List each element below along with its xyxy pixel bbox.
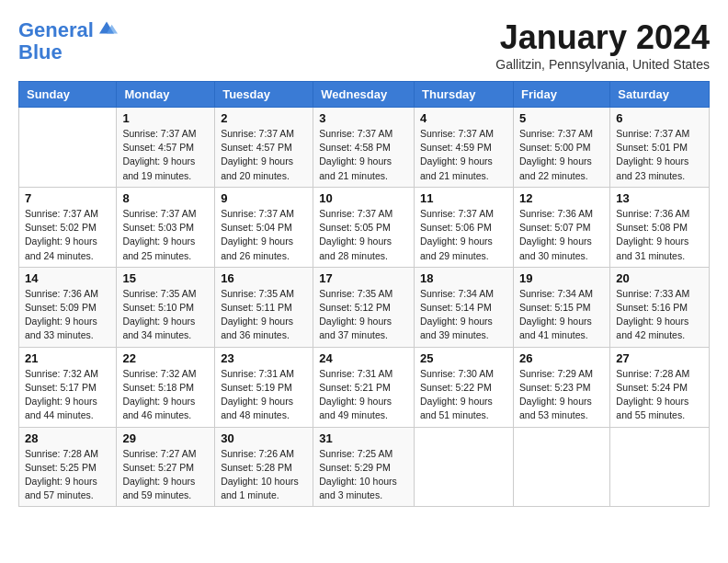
day-info: Sunrise: 7:30 AM Sunset: 5:22 PM Dayligh… (420, 367, 507, 423)
day-number: 17 (319, 271, 408, 285)
day-info: Sunrise: 7:37 AM Sunset: 5:01 PM Dayligh… (616, 127, 703, 183)
day-info: Sunrise: 7:37 AM Sunset: 4:59 PM Dayligh… (420, 127, 507, 183)
day-info: Sunrise: 7:37 AM Sunset: 5:02 PM Dayligh… (25, 207, 110, 263)
calendar-cell: 6Sunrise: 7:37 AM Sunset: 5:01 PM Daylig… (610, 108, 710, 188)
day-number: 28 (25, 431, 110, 445)
calendar-cell: 8Sunrise: 7:37 AM Sunset: 5:03 PM Daylig… (117, 187, 215, 267)
calendar-cell (415, 427, 514, 507)
calendar-cell: 27Sunrise: 7:28 AM Sunset: 5:24 PM Dayli… (610, 347, 710, 427)
day-info: Sunrise: 7:37 AM Sunset: 5:06 PM Dayligh… (420, 207, 507, 263)
weekday-header-row: SundayMondayTuesdayWednesdayThursdayFrid… (19, 82, 710, 108)
calendar-week-2: 7Sunrise: 7:37 AM Sunset: 5:02 PM Daylig… (19, 187, 710, 267)
day-info: Sunrise: 7:25 AM Sunset: 5:29 PM Dayligh… (319, 447, 408, 503)
calendar-cell: 29Sunrise: 7:27 AM Sunset: 5:27 PM Dayli… (117, 427, 215, 507)
calendar-cell: 28Sunrise: 7:28 AM Sunset: 5:25 PM Dayli… (19, 427, 117, 507)
day-info: Sunrise: 7:37 AM Sunset: 4:57 PM Dayligh… (122, 127, 209, 183)
logo-line1: General (18, 18, 94, 41)
weekday-thursday: Thursday (415, 82, 514, 108)
calendar-cell: 23Sunrise: 7:31 AM Sunset: 5:19 PM Dayli… (215, 347, 313, 427)
day-number: 13 (616, 191, 703, 205)
day-info: Sunrise: 7:36 AM Sunset: 5:07 PM Dayligh… (519, 207, 604, 263)
calendar-cell: 26Sunrise: 7:29 AM Sunset: 5:23 PM Dayli… (513, 347, 609, 427)
day-number: 6 (616, 111, 703, 125)
calendar-cell: 4Sunrise: 7:37 AM Sunset: 4:59 PM Daylig… (415, 108, 514, 188)
day-info: Sunrise: 7:34 AM Sunset: 5:14 PM Dayligh… (420, 287, 507, 343)
day-info: Sunrise: 7:36 AM Sunset: 5:09 PM Dayligh… (25, 287, 110, 343)
day-info: Sunrise: 7:35 AM Sunset: 5:12 PM Dayligh… (319, 287, 408, 343)
day-number: 4 (420, 111, 507, 125)
day-number: 18 (420, 271, 507, 285)
calendar-cell: 18Sunrise: 7:34 AM Sunset: 5:14 PM Dayli… (415, 267, 514, 347)
day-number: 25 (420, 351, 507, 365)
calendar-cell: 15Sunrise: 7:35 AM Sunset: 5:10 PM Dayli… (117, 267, 215, 347)
calendar-table: SundayMondayTuesdayWednesdayThursdayFrid… (18, 81, 710, 507)
calendar-cell: 7Sunrise: 7:37 AM Sunset: 5:02 PM Daylig… (19, 187, 117, 267)
calendar-cell: 3Sunrise: 7:37 AM Sunset: 4:58 PM Daylig… (313, 108, 415, 188)
day-info: Sunrise: 7:36 AM Sunset: 5:08 PM Dayligh… (616, 207, 703, 263)
day-info: Sunrise: 7:37 AM Sunset: 4:57 PM Dayligh… (221, 127, 307, 183)
calendar-cell: 12Sunrise: 7:36 AM Sunset: 5:07 PM Dayli… (513, 187, 609, 267)
logo-icon (96, 18, 118, 37)
day-number: 10 (319, 191, 408, 205)
calendar-cell (610, 427, 710, 507)
weekday-monday: Monday (117, 82, 215, 108)
calendar-cell: 19Sunrise: 7:34 AM Sunset: 5:15 PM Dayli… (513, 267, 609, 347)
calendar-cell: 17Sunrise: 7:35 AM Sunset: 5:12 PM Dayli… (313, 267, 415, 347)
location: Gallitzin, Pennsylvania, United States (495, 57, 710, 72)
day-number: 1 (122, 111, 209, 125)
day-number: 22 (122, 351, 209, 365)
calendar-cell: 22Sunrise: 7:32 AM Sunset: 5:18 PM Dayli… (117, 347, 215, 427)
calendar-cell (19, 108, 117, 188)
calendar-cell: 10Sunrise: 7:37 AM Sunset: 5:05 PM Dayli… (313, 187, 415, 267)
calendar-cell: 13Sunrise: 7:36 AM Sunset: 5:08 PM Dayli… (610, 187, 710, 267)
weekday-wednesday: Wednesday (313, 82, 415, 108)
calendar-cell: 2Sunrise: 7:37 AM Sunset: 4:57 PM Daylig… (215, 108, 313, 188)
logo-line2: Blue (18, 41, 118, 63)
day-info: Sunrise: 7:37 AM Sunset: 4:58 PM Dayligh… (319, 127, 408, 183)
day-number: 23 (221, 351, 307, 365)
day-number: 5 (519, 111, 604, 125)
calendar-week-1: 1Sunrise: 7:37 AM Sunset: 4:57 PM Daylig… (19, 108, 710, 188)
day-number: 24 (319, 351, 408, 365)
day-info: Sunrise: 7:33 AM Sunset: 5:16 PM Dayligh… (616, 287, 703, 343)
day-number: 31 (319, 431, 408, 445)
day-number: 26 (519, 351, 604, 365)
calendar-cell: 11Sunrise: 7:37 AM Sunset: 5:06 PM Dayli… (415, 187, 514, 267)
weekday-friday: Friday (513, 82, 609, 108)
calendar-body: 1Sunrise: 7:37 AM Sunset: 4:57 PM Daylig… (19, 108, 710, 507)
day-info: Sunrise: 7:37 AM Sunset: 5:03 PM Dayligh… (122, 207, 209, 263)
day-info: Sunrise: 7:32 AM Sunset: 5:17 PM Dayligh… (25, 367, 110, 423)
calendar-cell: 30Sunrise: 7:26 AM Sunset: 5:28 PM Dayli… (215, 427, 313, 507)
day-info: Sunrise: 7:37 AM Sunset: 5:05 PM Dayligh… (319, 207, 408, 263)
month-title: January 2024 (495, 18, 710, 57)
page-header: General Blue January 2024 Gallitzin, Pen… (18, 18, 710, 72)
day-info: Sunrise: 7:26 AM Sunset: 5:28 PM Dayligh… (221, 447, 307, 503)
day-info: Sunrise: 7:28 AM Sunset: 5:25 PM Dayligh… (25, 447, 110, 503)
day-number: 30 (221, 431, 307, 445)
calendar-cell: 9Sunrise: 7:37 AM Sunset: 5:04 PM Daylig… (215, 187, 313, 267)
day-number: 3 (319, 111, 408, 125)
calendar-cell: 16Sunrise: 7:35 AM Sunset: 5:11 PM Dayli… (215, 267, 313, 347)
calendar-week-5: 28Sunrise: 7:28 AM Sunset: 5:25 PM Dayli… (19, 427, 710, 507)
day-number: 9 (221, 191, 307, 205)
day-number: 16 (221, 271, 307, 285)
day-info: Sunrise: 7:35 AM Sunset: 5:10 PM Dayligh… (122, 287, 209, 343)
day-info: Sunrise: 7:31 AM Sunset: 5:21 PM Dayligh… (319, 367, 408, 423)
day-number: 20 (616, 271, 703, 285)
day-number: 27 (616, 351, 703, 365)
calendar-cell: 25Sunrise: 7:30 AM Sunset: 5:22 PM Dayli… (415, 347, 514, 427)
day-info: Sunrise: 7:27 AM Sunset: 5:27 PM Dayligh… (122, 447, 209, 503)
weekday-tuesday: Tuesday (215, 82, 313, 108)
calendar-cell: 20Sunrise: 7:33 AM Sunset: 5:16 PM Dayli… (610, 267, 710, 347)
day-number: 11 (420, 191, 507, 205)
weekday-sunday: Sunday (19, 82, 117, 108)
day-info: Sunrise: 7:31 AM Sunset: 5:19 PM Dayligh… (221, 367, 307, 423)
day-info: Sunrise: 7:37 AM Sunset: 5:00 PM Dayligh… (519, 127, 604, 183)
day-info: Sunrise: 7:35 AM Sunset: 5:11 PM Dayligh… (221, 287, 307, 343)
day-info: Sunrise: 7:29 AM Sunset: 5:23 PM Dayligh… (519, 367, 604, 423)
day-number: 12 (519, 191, 604, 205)
day-number: 7 (25, 191, 110, 205)
day-info: Sunrise: 7:37 AM Sunset: 5:04 PM Dayligh… (221, 207, 307, 263)
calendar-cell: 31Sunrise: 7:25 AM Sunset: 5:29 PM Dayli… (313, 427, 415, 507)
calendar-week-3: 14Sunrise: 7:36 AM Sunset: 5:09 PM Dayli… (19, 267, 710, 347)
